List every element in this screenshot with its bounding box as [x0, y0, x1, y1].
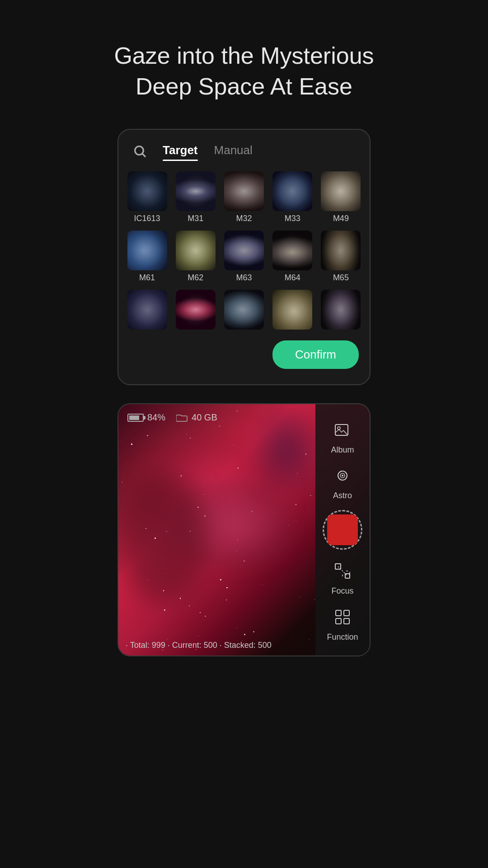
galaxy-thumb-r1	[127, 290, 167, 330]
galaxy-label-m32: M32	[236, 214, 252, 223]
focus-control[interactable]: Focus	[331, 559, 354, 596]
hero-line1: Gaze into the Mysterious	[114, 41, 374, 71]
svg-rect-14	[344, 618, 349, 624]
hero-line2: Deep Space At Ease	[114, 71, 374, 102]
album-icon	[331, 418, 354, 442]
astro-control[interactable]: Astro	[331, 464, 354, 500]
svg-rect-12	[344, 610, 349, 616]
galaxy-cell-m61[interactable]: M61	[124, 228, 170, 285]
right-controls-panel: Album Astro	[315, 404, 370, 656]
camera-overlay: 84% 40 GB	[118, 404, 370, 656]
galaxy-label-ic1613: IC1613	[134, 214, 160, 223]
battery-fill	[129, 415, 139, 420]
galaxy-cell-r4[interactable]	[269, 287, 316, 332]
page-wrapper: Gaze into the Mysterious Deep Space At E…	[0, 0, 488, 868]
camera-card: 84% 40 GB	[117, 403, 371, 656]
galaxy-thumb-r2	[176, 290, 216, 330]
shutter-ring	[323, 510, 362, 550]
galaxy-cell-r3[interactable]	[221, 287, 267, 332]
svg-rect-13	[336, 618, 341, 624]
galaxy-label-m31: M31	[188, 214, 203, 223]
card-header: Target Manual	[118, 142, 370, 169]
galaxy-cell-r1[interactable]	[124, 287, 170, 332]
galaxy-thumb-m31	[176, 171, 216, 211]
svg-rect-11	[336, 610, 341, 616]
galaxy-label-m65: M65	[333, 273, 349, 283]
galaxy-label-m63: M63	[236, 273, 252, 283]
galaxy-cell-m62[interactable]: M62	[172, 228, 219, 285]
svg-line-1	[142, 154, 145, 157]
tab-manual[interactable]: Manual	[214, 143, 253, 160]
galaxy-thumb-r4	[272, 290, 312, 330]
galaxy-label-m49: M49	[333, 214, 349, 223]
galaxy-cell-m32[interactable]: M32	[221, 169, 267, 226]
astro-icon	[331, 464, 354, 487]
galaxy-grid: IC1613 M31 M32 M33 M49 M61	[118, 169, 370, 332]
galaxy-thumb-m61	[127, 231, 167, 270]
galaxy-thumb-m62	[176, 231, 216, 270]
galaxy-thumb-r3	[224, 290, 264, 330]
galaxy-cell-r5[interactable]	[318, 287, 364, 332]
shutter-button[interactable]	[327, 514, 358, 545]
focus-label: Focus	[331, 586, 353, 596]
confirm-btn-wrap: Confirm	[118, 332, 370, 371]
galaxy-thumb-m49	[321, 171, 361, 211]
galaxy-thumb-m63	[224, 231, 264, 270]
galaxy-cell-m65[interactable]: M65	[318, 228, 364, 285]
hero-section: Gaze into the Mysterious Deep Space At E…	[114, 41, 374, 102]
bottom-status: · Total: 999 · Current: 500 · Stacked: 5…	[118, 635, 315, 656]
galaxy-cell-m33[interactable]: M33	[269, 169, 316, 226]
galaxy-cell-ic1613[interactable]: IC1613	[124, 169, 170, 226]
target-selector-card: Target Manual IC1613 M31 M32 M33	[117, 129, 371, 385]
galaxy-cell-m63[interactable]: M63	[221, 228, 267, 285]
galaxy-label-m62: M62	[188, 273, 203, 283]
galaxy-label-m64: M64	[285, 273, 300, 283]
battery-percent: 84%	[147, 412, 165, 423]
galaxy-thumb-m65	[321, 231, 361, 270]
album-label: Album	[331, 445, 354, 455]
svg-point-0	[135, 146, 144, 155]
battery-icon	[127, 414, 144, 422]
galaxy-thumb-m33	[272, 171, 312, 211]
galaxy-thumb-ic1613	[127, 171, 167, 211]
confirm-button[interactable]: Confirm	[272, 340, 359, 369]
galaxy-cell-m31[interactable]: M31	[172, 169, 219, 226]
folder-icon	[176, 413, 188, 422]
galaxy-thumb-r5	[321, 290, 361, 330]
svg-point-6	[342, 475, 343, 476]
capture-stats: · Total: 999 · Current: 500 · Stacked: 5…	[126, 641, 272, 650]
storage-amount: 40 GB	[192, 412, 217, 423]
function-control[interactable]: Function	[327, 605, 358, 642]
galaxy-cell-m49[interactable]: M49	[318, 169, 364, 226]
galaxy-cell-m64[interactable]: M64	[269, 228, 316, 285]
storage-indicator: 40 GB	[176, 412, 217, 423]
galaxy-label-m33: M33	[285, 214, 300, 223]
search-icon[interactable]	[131, 142, 149, 160]
tab-target[interactable]: Target	[163, 143, 198, 160]
album-control[interactable]: Album	[331, 418, 354, 455]
galaxy-cell-r2[interactable]	[172, 287, 219, 332]
galaxy-thumb-m64	[272, 231, 312, 270]
battery-indicator: 84%	[127, 412, 165, 423]
function-label: Function	[327, 632, 358, 642]
function-icon	[331, 605, 354, 629]
tabs-container: Target Manual	[163, 143, 253, 160]
shutter-control[interactable]	[323, 510, 362, 550]
galaxy-thumb-m32	[224, 171, 264, 211]
focus-icon	[331, 559, 354, 583]
astro-label: Astro	[333, 491, 352, 500]
galaxy-label-m61: M61	[139, 273, 155, 283]
